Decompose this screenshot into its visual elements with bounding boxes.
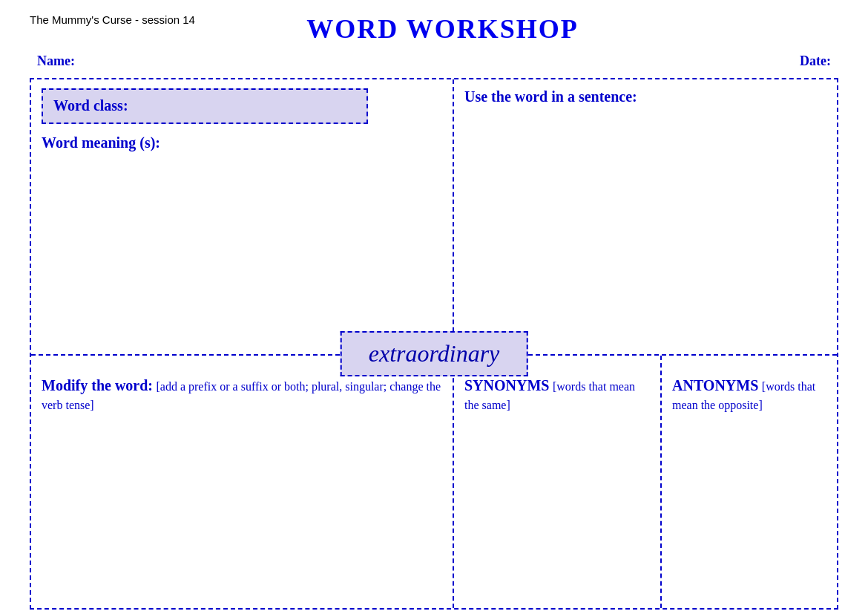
use-in-sentence-label: Use the word in a sentence: (464, 88, 826, 105)
synonyms-bold: SYNONYMS (464, 377, 549, 393)
bottom-section: Modify the word: [add a prefix or a suff… (31, 356, 837, 608)
word-class-label: Word class: (53, 97, 128, 114)
antonyms-panel: ANTONYMS [words that mean the opposite] (662, 356, 837, 608)
top-section: Word class: Word meaning (s): Use the wo… (31, 79, 837, 356)
antonyms-header: ANTONYMS [words that mean the opposite] (672, 365, 826, 414)
date-label: Date: (800, 53, 831, 69)
center-word-container: extraordinary (341, 331, 528, 376)
main-title: WORD WORKSHOP (195, 13, 690, 45)
word-class-box: Word class: (42, 88, 368, 124)
center-word-text: extraordinary (369, 340, 500, 367)
left-panel: Word class: Word meaning (s): (31, 79, 454, 354)
worksheet-container: Word class: Word meaning (s): Use the wo… (30, 78, 838, 610)
name-date-row: Name: Date: (30, 49, 838, 78)
top-bar: The Mummy's Curse - session 14 WORD WORK… (30, 13, 838, 45)
modify-word-bold: Modify the word: (42, 377, 153, 393)
word-meaning-label: Word meaning (s): (42, 134, 442, 151)
name-label: Name: (37, 53, 75, 69)
center-word-box: extraordinary (341, 331, 528, 376)
antonyms-bold: ANTONYMS (672, 377, 758, 393)
session-label: The Mummy's Curse - session 14 (30, 13, 195, 26)
bottom-left-panel: Modify the word: [add a prefix or a suff… (31, 356, 454, 608)
right-panel: Use the word in a sentence: (454, 79, 837, 354)
synonyms-panel: SYNONYMS [words that mean the same] (454, 356, 662, 608)
